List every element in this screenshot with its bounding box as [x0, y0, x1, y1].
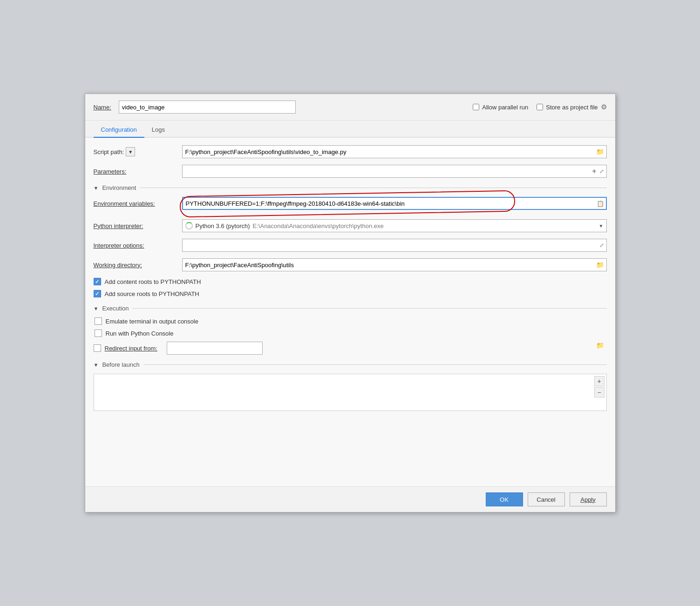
environment-section-line [140, 188, 606, 188]
execution-collapse-arrow[interactable]: ▼ [94, 306, 99, 311]
allow-parallel-row: Allow parallel run [473, 104, 528, 111]
store-project-row: Store as project file ⚙ [537, 103, 606, 111]
env-variables-input[interactable] [182, 197, 607, 210]
add-source-roots-checkbox[interactable]: ✓ [94, 290, 101, 297]
add-param-icon[interactable]: + [592, 167, 596, 175]
interpreter-dropdown-arrow: ▼ [599, 223, 604, 229]
before-launch-section-header: ▼ Before launch [94, 361, 607, 368]
run-python-console-checkbox[interactable] [95, 330, 102, 337]
add-content-roots-label: Add content roots to PYTHONPATH [105, 278, 201, 285]
before-launch-remove-btn[interactable]: − [594, 387, 605, 397]
interpreter-path: E:\Anaconda\Anaconda\envs\pytorch\python… [253, 222, 384, 229]
checkmark-icon: ✓ [95, 279, 99, 285]
header-bar: Name: Allow parallel run Store as projec… [85, 94, 615, 121]
ok-button[interactable]: OK [486, 492, 523, 506]
parameters-label: Parameters: [94, 168, 177, 175]
working-dir-input[interactable] [182, 258, 607, 271]
before-launch-section-title: Before launch [102, 361, 139, 368]
execution-section-title: Execution [102, 305, 129, 312]
working-dir-label: Working directory: [94, 262, 177, 269]
before-launch-collapse-arrow[interactable]: ▼ [94, 362, 99, 368]
parameters-row: Parameters: + ⤢ [94, 165, 607, 178]
add-content-roots-checkbox[interactable]: ✓ [94, 278, 101, 285]
before-launch-panel: + − [94, 374, 607, 411]
redirect-input-row: Redirect input from: 📁 [94, 342, 607, 355]
configuration-content: Script path: ▼ 📁 Parameters: + ⤢ ▼ Envir… [85, 138, 615, 486]
python-interpreter-row: Python interpreter: Python 3.6 (pytorch)… [94, 219, 607, 232]
run-python-console-label: Run with Python Console [106, 330, 174, 337]
script-path-label: Script path: ▼ [94, 147, 177, 156]
working-dir-field: 📁 [182, 258, 607, 271]
script-path-row: Script path: ▼ 📁 [94, 145, 607, 158]
emulate-terminal-checkbox[interactable] [95, 317, 102, 325]
add-source-roots-label: Add source roots to PYTHONPATH [105, 290, 199, 297]
apply-button[interactable]: Apply [570, 492, 607, 506]
expand-param-icon[interactable]: ⤢ [599, 168, 604, 175]
execution-section-header: ▼ Execution [94, 305, 607, 312]
working-dir-row: Working directory: 📁 [94, 258, 607, 271]
redirect-input-field: 📁 [167, 342, 607, 355]
env-variables-row: Environment variables: 📋 填你自己的路径 [94, 197, 607, 210]
store-project-checkbox[interactable] [537, 104, 543, 110]
python-interpreter-select[interactable]: Python 3.6 (pytorch) E:\Anaconda\Anacond… [182, 219, 607, 232]
allow-parallel-label: Allow parallel run [482, 104, 528, 111]
folder-icon[interactable]: 📁 [596, 148, 604, 155]
before-launch-section-line [143, 364, 607, 365]
interpreter-options-row: Interpreter options: ⤢ [94, 239, 607, 252]
python-interpreter-label: Python interpreter: [94, 222, 177, 229]
add-content-roots-row: ✓ Add content roots to PYTHONPATH [94, 278, 607, 285]
redirect-input-label: Redirect input from: [105, 345, 157, 352]
header-right: Allow parallel run Store as project file… [473, 103, 606, 111]
interpreter-options-input[interactable] [182, 239, 607, 252]
interpreter-options-label: Interpreter options: [94, 242, 177, 249]
script-path-field: 📁 [182, 145, 607, 158]
checkmark-icon2: ✓ [95, 291, 99, 297]
store-project-label: Store as project file [546, 104, 598, 111]
interpreter-options-field: ⤢ [182, 239, 607, 252]
tab-logs[interactable]: Logs [144, 122, 172, 138]
script-path-dropdown[interactable]: ▼ [126, 147, 135, 156]
tab-configuration[interactable]: Configuration [94, 122, 144, 138]
working-dir-folder-icon[interactable]: 📁 [596, 261, 604, 269]
gear-icon[interactable]: ⚙ [601, 103, 607, 111]
run-debug-dialog: Name: Allow parallel run Store as projec… [85, 94, 616, 512]
environment-section-title: Environment [102, 184, 136, 191]
environment-section-header: ▼ Environment [94, 184, 607, 191]
before-launch-section: ▼ Before launch + − [94, 361, 607, 418]
interpreter-content: Python 3.6 (pytorch) E:\Anaconda\Anacond… [185, 222, 599, 229]
footer: OK Cancel Apply [85, 486, 615, 512]
execution-section-line [132, 308, 606, 309]
env-variables-label: Environment variables: [94, 200, 177, 207]
emulate-terminal-row: Emulate terminal in output console [95, 317, 607, 325]
tabs-bar: Configuration Logs [85, 122, 615, 138]
python-interpreter-field: Python 3.6 (pytorch) E:\Anaconda\Anacond… [182, 219, 607, 232]
redirect-folder-icon[interactable]: 📁 [596, 342, 604, 349]
script-path-input[interactable] [182, 145, 607, 158]
run-python-console-row: Run with Python Console [95, 330, 607, 337]
parameters-input[interactable] [182, 165, 607, 178]
interpreter-expand-icon[interactable]: ⤢ [599, 242, 604, 249]
before-launch-panel-content [94, 374, 606, 384]
before-launch-add-btn[interactable]: + [594, 376, 605, 386]
python-spinner-icon [185, 222, 193, 229]
env-copy-icon[interactable]: 📋 [597, 200, 604, 207]
parameters-icons: + ⤢ [592, 167, 604, 175]
env-variables-field: 📋 填你自己的路径 [182, 197, 607, 210]
before-launch-hint [94, 411, 607, 418]
allow-parallel-checkbox[interactable] [473, 104, 479, 110]
name-label: Name: [94, 104, 111, 111]
cancel-button[interactable]: Cancel [528, 492, 565, 506]
redirect-input-checkbox[interactable] [94, 344, 101, 352]
add-source-roots-row: ✓ Add source roots to PYTHONPATH [94, 290, 607, 297]
environment-collapse-arrow[interactable]: ▼ [94, 185, 99, 191]
emulate-terminal-label: Emulate terminal in output console [106, 318, 198, 325]
parameters-field: + ⤢ [182, 165, 607, 178]
redirect-input-input[interactable] [167, 342, 263, 355]
before-launch-panel-buttons: + − [592, 374, 606, 399]
interpreter-version: Python 3.6 (pytorch) [196, 222, 250, 229]
name-input[interactable] [119, 101, 296, 114]
